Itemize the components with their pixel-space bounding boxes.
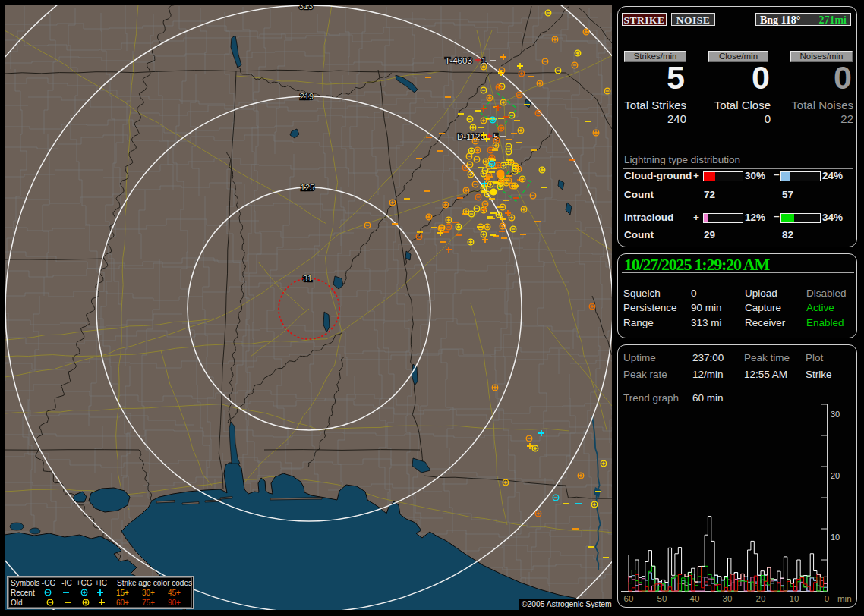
- svg-text:50: 50: [657, 594, 667, 603]
- svg-text:30: 30: [831, 410, 840, 419]
- svg-text:©2005 Astrogenic Systems: ©2005 Astrogenic Systems: [522, 600, 612, 608]
- svg-text:90+: 90+: [168, 599, 181, 607]
- svg-text:Symbols: Symbols: [11, 579, 39, 587]
- svg-text:30: 30: [723, 594, 733, 603]
- svg-text:0: 0: [825, 594, 829, 603]
- svg-text:40: 40: [690, 594, 700, 603]
- svg-text:20: 20: [831, 471, 840, 480]
- svg-text:Old: Old: [11, 599, 23, 607]
- svg-text:-CG: -CG: [42, 579, 56, 587]
- svg-text:60+: 60+: [116, 599, 129, 607]
- svg-text:45+: 45+: [168, 589, 181, 597]
- svg-text:5: 5: [493, 132, 498, 141]
- svg-text:-IC: -IC: [61, 579, 71, 587]
- svg-text:min: min: [837, 594, 852, 603]
- svg-text:+CG: +CG: [77, 579, 93, 587]
- svg-text:10: 10: [790, 594, 799, 603]
- svg-text:D-1129: D-1129: [457, 132, 485, 141]
- svg-text:30+: 30+: [142, 589, 155, 597]
- svg-text:+IC: +IC: [95, 579, 107, 587]
- svg-text:T-4603: T-4603: [445, 56, 472, 65]
- svg-text:20: 20: [756, 594, 766, 603]
- svg-text:75+: 75+: [142, 599, 155, 607]
- svg-text:313: 313: [299, 5, 313, 11]
- svg-text:10: 10: [831, 533, 840, 542]
- svg-text:31: 31: [303, 274, 312, 283]
- svg-text:125: 125: [301, 183, 314, 192]
- svg-text:60: 60: [624, 594, 634, 603]
- svg-text:219: 219: [300, 92, 314, 101]
- svg-text:Recent: Recent: [11, 589, 35, 597]
- svg-text:Strike age color codes: Strike age color codes: [117, 579, 192, 587]
- svg-text:15+: 15+: [116, 589, 129, 597]
